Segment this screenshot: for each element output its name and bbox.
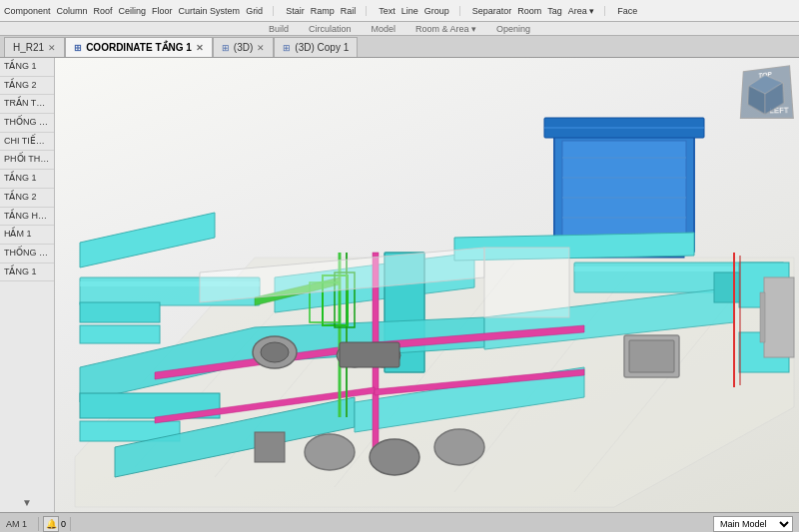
tab-3d[interactable]: ⊞ (3D) ✕ xyxy=(213,37,274,57)
tab-coordinate-tang1[interactable]: ⊞ COORDINATE TẦNG 1 ✕ xyxy=(65,37,213,57)
label-opening: Opening xyxy=(496,24,530,34)
btn-room[interactable]: Room xyxy=(517,6,541,16)
sidebar-item-tang1[interactable]: TẦNG 1 xyxy=(0,58,54,77)
toolbar-group-opening: Face xyxy=(617,6,647,16)
bim-svg-scene xyxy=(55,58,799,512)
toolbar-section-labels: Build Circulation Model Room & Area ▾ Op… xyxy=(0,22,799,36)
tab-3d-copy[interactable]: ⊞ (3D) Copy 1 xyxy=(274,37,358,57)
main-content-area: TẦNG 1 TẦNG 2 TRẦN TRÀN, TU THỐNG ÔNG GI… xyxy=(0,58,799,512)
tab-coordinate-close[interactable]: ✕ xyxy=(196,43,204,53)
sidebar-item-chi-tiet-phoi[interactable]: CHI TIẾT PHỐI xyxy=(0,133,54,152)
left-sidebar: TẦNG 1 TẦNG 2 TRẦN TRÀN, TU THỐNG ÔNG GI… xyxy=(0,58,55,512)
toolbar-group-circulation: Stair Ramp Rail xyxy=(286,6,367,16)
tab-bar: H_R21 ✕ ⊞ COORDINATE TẦNG 1 ✕ ⊞ (3D) ✕ ⊞… xyxy=(0,36,799,58)
tab-h-r21[interactable]: H_R21 ✕ xyxy=(4,37,65,57)
tab-h-r21-label: H_R21 xyxy=(13,42,44,53)
toolbar-group-build: Component Column Roof Ceiling Floor Curt… xyxy=(4,6,274,16)
svg-rect-59 xyxy=(484,248,569,317)
counter-icon[interactable]: 🔔 xyxy=(43,516,59,532)
tab-coordinate-icon: ⊞ xyxy=(74,43,82,53)
navigation-cube[interactable]: TOP LEFT xyxy=(740,65,794,119)
svg-point-51 xyxy=(305,434,355,470)
label-circulation: Circulation xyxy=(309,24,352,34)
btn-column[interactable]: Column xyxy=(57,6,88,16)
svg-point-47 xyxy=(261,342,289,362)
btn-separator[interactable]: Separator xyxy=(472,6,512,16)
sidebar-item-tang1-c[interactable]: TẦNG 1 xyxy=(0,264,54,282)
tab-3d-copy-icon: ⊞ xyxy=(283,43,291,53)
btn-face[interactable]: Face xyxy=(617,6,637,16)
btn-line[interactable]: Line xyxy=(401,6,418,16)
toolbar-group-room: Separator Room Tag Area ▾ xyxy=(472,6,606,16)
sidebar-item-tran-tran[interactable]: TRẦN TRÀN, TU xyxy=(0,95,54,114)
bim-scene: TOP LEFT xyxy=(55,58,799,512)
btn-tag[interactable]: Tag xyxy=(547,6,562,16)
tab-3d-close[interactable]: ✕ xyxy=(257,43,265,53)
am-label: AM 1 xyxy=(6,519,34,529)
btn-stair[interactable]: Stair xyxy=(286,6,305,16)
sidebar-item-tang2[interactable]: TẦNG 2 xyxy=(0,77,54,96)
main-toolbar: Component Column Roof Ceiling Floor Curt… xyxy=(0,0,799,22)
bottom-bar: AM 1 🔔 0 Main Model xyxy=(0,512,799,532)
btn-area[interactable]: Area ▾ xyxy=(568,6,595,16)
svg-rect-57 xyxy=(760,292,765,342)
svg-rect-56 xyxy=(764,277,794,357)
svg-rect-17 xyxy=(80,302,160,322)
btn-curtain-system[interactable]: Curtain System xyxy=(179,6,241,16)
sidebar-item-tang1-b[interactable]: TẦNG 1 xyxy=(0,170,54,189)
btn-roof[interactable]: Roof xyxy=(94,6,113,16)
label-build: Build xyxy=(269,24,289,34)
btn-grid[interactable]: Grid xyxy=(246,6,263,16)
viewport-3d[interactable]: TOP LEFT 1 : 100 ⊞ 🔍 ⚙ xyxy=(55,58,799,512)
svg-rect-16 xyxy=(714,272,739,302)
counter-value: 0 xyxy=(61,519,66,529)
svg-point-52 xyxy=(370,439,419,475)
svg-rect-32 xyxy=(562,141,686,245)
svg-rect-50 xyxy=(255,432,285,462)
tab-3d-label: (3D) xyxy=(234,42,253,53)
tab-h-r21-close[interactable]: ✕ xyxy=(48,43,56,53)
bottom-divider-1 xyxy=(38,517,39,531)
btn-rail[interactable]: Rail xyxy=(341,6,357,16)
svg-marker-54 xyxy=(80,213,215,267)
sidebar-item-thong-ong-gio[interactable]: THỐNG ÔNG GIÓ xyxy=(0,114,54,133)
svg-rect-49 xyxy=(629,340,674,372)
btn-group[interactable]: Group xyxy=(424,6,449,16)
sidebar-item-tang-ham[interactable]: TẦNG HẦM xyxy=(0,208,54,227)
toolbar-group-model: Text Line Group xyxy=(379,6,460,16)
btn-floor[interactable]: Floor xyxy=(152,6,173,16)
btn-component[interactable]: Component xyxy=(4,6,51,16)
svg-rect-18 xyxy=(80,325,160,343)
svg-point-53 xyxy=(434,429,484,465)
btn-ramp[interactable]: Ramp xyxy=(311,6,335,16)
tab-3d-copy-label: (3D) Copy 1 xyxy=(295,42,349,53)
sidebar-item-tang2-b[interactable]: TẦNG 2 xyxy=(0,189,54,208)
bottom-divider-2 xyxy=(70,517,71,531)
sidebar-item-ham1[interactable]: HẦM 1 xyxy=(0,226,54,245)
btn-text[interactable]: Text xyxy=(379,6,396,16)
tab-3d-icon: ⊞ xyxy=(222,43,230,53)
sidebar-scroll-down[interactable]: ▼ xyxy=(22,497,32,508)
svg-rect-45 xyxy=(340,342,400,367)
counter-section: 🔔 0 xyxy=(43,516,66,532)
label-room-area: Room & Area ▾ xyxy=(415,24,476,34)
tab-coordinate-label: COORDINATE TẦNG 1 xyxy=(86,42,192,53)
label-model: Model xyxy=(371,24,396,34)
sidebar-item-phoi-the-ph[interactable]: PHỐI THE PH xyxy=(0,151,54,170)
sidebar-item-thong-chi[interactable]: THỐNG CHI xyxy=(0,245,54,264)
model-select[interactable]: Main Model xyxy=(713,516,793,532)
btn-ceiling[interactable]: Ceiling xyxy=(119,6,147,16)
